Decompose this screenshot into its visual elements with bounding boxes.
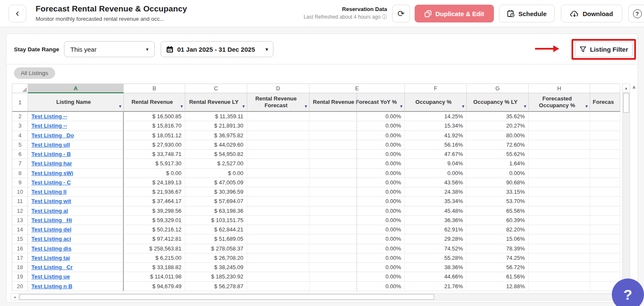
forecasted-occupancy-cell[interactable] [529, 216, 590, 225]
rental-revenue-cell[interactable]: $ 15,816.70 [124, 121, 185, 131]
rental-revenue-ly-cell[interactable]: $ 38,245.09 [185, 263, 247, 272]
occupancy-ly-cell[interactable]: 60.39% [467, 216, 529, 225]
row-number[interactable]: 3 [12, 121, 28, 131]
row-number[interactable]: 20 [12, 282, 28, 291]
occupancy-ly-cell[interactable]: 53.70% [467, 197, 529, 206]
rental-revenue-ly-cell[interactable]: $ 54,950.82 [185, 150, 247, 159]
forecast-yoy-cell[interactable]: 0.00% [309, 234, 405, 244]
listing-link[interactable]: Test Listing _Cr [31, 264, 72, 270]
forecasted-occupancy-cell[interactable] [529, 112, 590, 121]
rental-revenue-forecast-cell[interactable] [247, 253, 309, 263]
row-number-1[interactable]: 1 [12, 93, 28, 112]
forecasted-occupancy-cell[interactable] [529, 282, 590, 291]
refresh-button[interactable]: ⟳ [392, 5, 410, 22]
rental-revenue-cell[interactable]: $ 5,917.30 [124, 159, 185, 168]
row-number[interactable]: 10 [12, 187, 28, 197]
sheet-vertical-scrollbar[interactable]: ▲ [622, 83, 630, 291]
occupancy-cell[interactable]: 9.04% [405, 159, 467, 168]
extra-cell[interactable] [590, 234, 620, 244]
listing-name-cell[interactable]: Test Listing -- [28, 121, 124, 131]
rental-revenue-ly-cell[interactable]: $ 21,891.30 [185, 121, 247, 131]
rental-revenue-forecast-cell[interactable] [247, 197, 309, 206]
forecast-yoy-cell[interactable]: 0.00% [309, 121, 405, 131]
column-letter-partial[interactable] [590, 84, 620, 93]
listing-link[interactable]: Test Listing II [31, 189, 67, 195]
occupancy-ly-cell[interactable]: 12.88% [467, 282, 529, 291]
forecasted-occupancy-cell[interactable] [529, 121, 590, 131]
column-letter-H[interactable]: H [529, 84, 590, 93]
occupancy-cell[interactable]: 47.67% [405, 150, 467, 159]
rental-revenue-ly-cell[interactable]: $ 278,058.37 [185, 244, 247, 253]
occupancy-cell[interactable]: 14.25% [405, 112, 467, 121]
rental-revenue-cell[interactable]: $ 37,464.17 [124, 197, 185, 206]
rental-revenue-cell[interactable]: $ 21,936.67 [124, 187, 185, 197]
occupancy-cell[interactable]: 56.16% [405, 140, 467, 150]
rental-revenue-ly-cell[interactable]: $ 0.00 [185, 169, 247, 178]
extra-cell[interactable] [590, 253, 620, 263]
forecast-yoy-cell[interactable]: 0.00% [309, 197, 405, 206]
forecasted-occupancy-cell[interactable] [529, 234, 590, 244]
occupancy-ly-cell[interactable]: 0.00% [467, 169, 529, 178]
row-number[interactable]: 9 [12, 178, 28, 187]
header-help-button[interactable]: ? [628, 5, 644, 22]
occupancy-ly-cell[interactable]: 55.62% [467, 150, 529, 159]
rental-revenue-forecast-cell[interactable] [247, 187, 309, 197]
column-letter-B[interactable]: B [124, 84, 185, 93]
forecasted-occupancy-cell[interactable] [529, 253, 590, 263]
row-number[interactable]: 15 [12, 234, 28, 244]
occupancy-ly-cell[interactable]: 74.25% [467, 253, 529, 263]
forecast-yoy-cell[interactable]: 0.00% [309, 253, 405, 263]
extra-cell[interactable] [590, 225, 620, 234]
listing-name-cell[interactable]: Test Listing sWi [28, 169, 124, 178]
row-number[interactable]: 19 [12, 272, 28, 281]
extra-cell[interactable] [590, 178, 620, 187]
column-header-cell[interactable]: Rental Revenue Forecast YoY %▼ [309, 93, 405, 112]
rental-revenue-forecast-cell[interactable] [247, 263, 309, 272]
forecast-yoy-cell[interactable]: 0.00% [309, 159, 405, 168]
rental-revenue-cell[interactable]: $ 27,930.00 [124, 140, 185, 150]
occupancy-cell[interactable]: 24.38% [405, 187, 467, 197]
listing-name-cell[interactable]: Test Listing tai [28, 253, 124, 263]
column-header-cell[interactable]: Listing Name▼ [28, 93, 124, 112]
rental-revenue-cell[interactable]: $ 18,051.12 [124, 131, 185, 140]
forecast-yoy-cell[interactable]: 0.00% [309, 178, 405, 187]
forecast-yoy-cell[interactable]: 0.00% [309, 131, 405, 140]
filter-dropdown-icon[interactable]: ▼ [242, 104, 245, 109]
rental-revenue-forecast-cell[interactable] [247, 178, 309, 187]
column-header-cell[interactable]: Forecas [590, 93, 620, 112]
duplicate-edit-button[interactable]: Duplicate & Edit [415, 5, 494, 22]
forecast-yoy-cell[interactable]: 0.00% [309, 187, 405, 197]
rental-revenue-forecast-cell[interactable] [247, 216, 309, 225]
listing-link[interactable]: Test Listing al [31, 208, 68, 214]
column-header-cell[interactable]: Rental Revenue▼ [124, 93, 185, 112]
listing-name-cell[interactable]: Test Listing har [28, 159, 124, 168]
listing-name-cell[interactable]: Test Listing aci [28, 234, 124, 244]
horizontal-scrollbar-thumb[interactable] [20, 294, 434, 300]
forecast-yoy-cell[interactable]: 0.00% [309, 263, 405, 272]
rental-revenue-cell[interactable]: $ 114,011.98 [124, 272, 185, 281]
listing-name-cell[interactable]: Test Listing dis [28, 244, 124, 253]
rental-revenue-forecast-cell[interactable] [247, 169, 309, 178]
occupancy-cell[interactable]: 0.00% [405, 169, 467, 178]
listing-link[interactable]: Test Listing dis [31, 245, 71, 252]
column-header-cell[interactable]: Forecasted Occupancy %▼ [529, 93, 590, 112]
listing-link[interactable]: Test Listing sWi [31, 170, 73, 176]
listing-name-cell[interactable]: Test Listing n B [28, 282, 124, 291]
forecasted-occupancy-cell[interactable] [529, 150, 590, 159]
rental-revenue-forecast-cell[interactable] [247, 150, 309, 159]
listing-name-cell[interactable]: Test Listing _Cr [28, 263, 124, 272]
rental-revenue-forecast-cell[interactable] [247, 272, 309, 281]
select-all-corner-cell[interactable] [12, 84, 28, 93]
listing-link[interactable]: Test Listing - B [31, 151, 71, 157]
listing-name-cell[interactable]: Test Listing ull [28, 140, 124, 150]
rental-revenue-cell[interactable]: $ 59,329.01 [124, 216, 185, 225]
rental-revenue-forecast-cell[interactable] [247, 282, 309, 291]
rental-revenue-forecast-cell[interactable] [247, 225, 309, 234]
occupancy-cell[interactable]: 38.36% [405, 263, 467, 272]
filter-dropdown-icon[interactable]: ▼ [399, 104, 403, 109]
occupancy-ly-cell[interactable]: 20.27% [467, 121, 529, 131]
extra-cell[interactable] [590, 121, 620, 131]
forecasted-occupancy-cell[interactable] [529, 197, 590, 206]
download-button[interactable]: Download [561, 5, 622, 22]
listing-link[interactable]: Test Listing ull [31, 142, 70, 148]
